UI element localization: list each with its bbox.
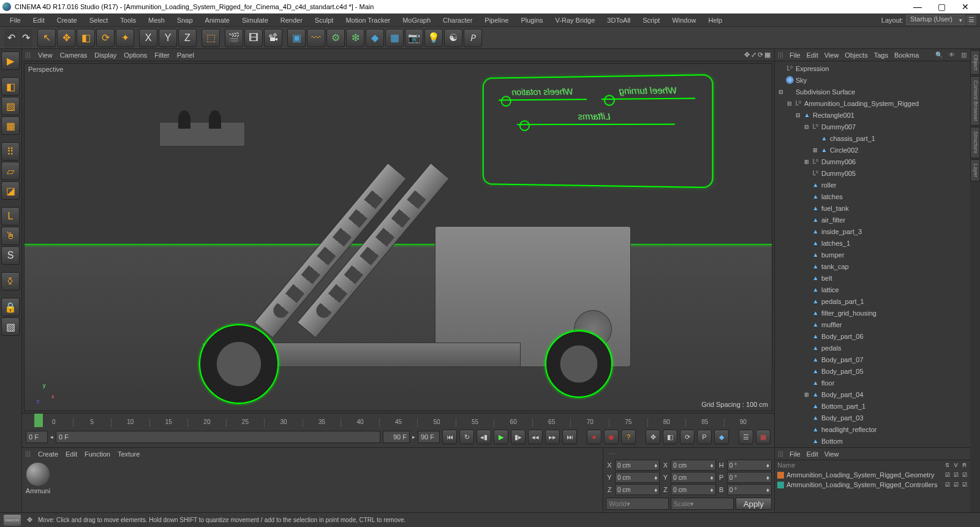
pla-key-button[interactable]: ◆ — [714, 430, 729, 444]
add-generator-button[interactable]: ⚙ — [326, 29, 345, 47]
points-mode-button[interactable]: ⠿ — [1, 142, 20, 161]
material-menu-edit[interactable]: Edit — [66, 450, 77, 458]
prev-frame-button[interactable]: ◂▮ — [477, 430, 491, 444]
menu-character[interactable]: Character — [437, 15, 478, 25]
planar-workplane-button[interactable]: ▧ — [1, 317, 20, 336]
move-tool[interactable]: ✥ — [57, 29, 75, 47]
menu-animate[interactable]: Animate — [199, 15, 236, 25]
workplane-mode-button[interactable]: ▦ — [1, 116, 20, 135]
menu-help[interactable]: Help — [703, 15, 729, 25]
playhead[interactable] — [34, 414, 43, 427]
scale-mode-select[interactable]: Scale ▾ — [671, 498, 734, 510]
last-tool[interactable]: ✦ — [116, 29, 134, 47]
prev-key-button[interactable]: ◂◂ — [528, 430, 543, 444]
layer-row[interactable]: Ammunition_Loading_System_Rigged_Geometr… — [775, 470, 970, 480]
layer-toggle[interactable]: ☑ — [952, 482, 959, 488]
menu-script[interactable]: Script — [636, 15, 666, 25]
add-spline-button[interactable]: 〰 — [307, 29, 325, 47]
tree-item[interactable]: ▲pedals_part_1 — [775, 295, 970, 307]
tree-item[interactable]: ▲floor — [775, 377, 970, 389]
menu-render[interactable]: Render — [274, 15, 309, 25]
tree-item[interactable]: ⊞▲Circle002 — [775, 144, 970, 156]
close-button[interactable]: ✕ — [958, 1, 973, 12]
layer-toggle[interactable]: ☑ — [952, 472, 959, 478]
drag-grip-icon[interactable] — [778, 52, 783, 58]
coord-system-select[interactable]: World ▾ — [606, 498, 669, 510]
model-mode-button[interactable]: ◧ — [1, 77, 20, 96]
redo-button[interactable]: ↷ — [19, 29, 32, 47]
add-deformer-button[interactable]: ◆ — [366, 29, 384, 47]
texture-mode-button[interactable]: ▨ — [1, 97, 20, 115]
layer-row[interactable]: Ammunition_Loading_System_Rigged_Control… — [775, 480, 970, 490]
scale-key-button[interactable]: ◧ — [663, 430, 677, 444]
snap-toggle-button[interactable]: S — [1, 246, 20, 265]
tree-item[interactable]: ▲roller — [775, 179, 970, 191]
viewport-menu-cameras[interactable]: Cameras — [60, 51, 88, 59]
loop-button[interactable]: ↻ — [459, 430, 474, 444]
material-menu-texture[interactable]: Texture — [118, 450, 140, 458]
timeline-range-end[interactable]: 90 F — [383, 431, 410, 443]
tree-item[interactable]: ▲Body_part_03 — [775, 412, 970, 423]
hud-slider[interactable] — [517, 124, 675, 125]
layer-menu-edit[interactable]: Edit — [807, 450, 818, 458]
timeline-menu-button[interactable]: ☰ — [739, 430, 753, 444]
tree-item[interactable]: L⁰Dummy005 — [775, 167, 970, 179]
tree-item[interactable]: ▲Body_part_06 — [775, 330, 970, 342]
layer-menu-file[interactable]: File — [790, 450, 801, 458]
next-key-button[interactable]: ▸▸ — [545, 430, 560, 444]
tree-item[interactable]: ▲Bottom — [775, 435, 970, 447]
y-size-field[interactable]: 0 cm♦ — [671, 472, 715, 483]
tree-item[interactable]: ▲air_filter — [775, 214, 970, 226]
timeline-end-field[interactable]: 90 F — [418, 431, 440, 443]
menu-v-ray-bridge[interactable]: V-Ray Bridge — [549, 15, 601, 25]
viewport-menu-options[interactable]: Options — [124, 51, 147, 59]
add-cube-button[interactable]: ▣ — [287, 29, 306, 47]
viewport-zoom-icon[interactable]: ⤢ — [751, 51, 756, 59]
menu-mesh[interactable]: Mesh — [142, 15, 171, 25]
hud-slider[interactable] — [601, 97, 695, 99]
filter-icon[interactable]: ▥ — [961, 51, 967, 58]
tree-item[interactable]: ⊟▲Rectangle001 — [775, 109, 970, 121]
scale-tool[interactable]: ◧ — [77, 29, 95, 47]
sidebar-tab-object[interactable]: Object — [970, 50, 980, 75]
tree-item[interactable]: ▲belt — [775, 272, 970, 284]
tweak-mode-button[interactable]: 🖱 — [1, 227, 20, 245]
hud-slider[interactable] — [499, 99, 587, 100]
expand-icon[interactable]: ⊞ — [812, 147, 818, 153]
axis-mode-button[interactable]: L — [1, 207, 20, 226]
edges-mode-button[interactable]: ▱ — [1, 162, 20, 180]
object-hierarchy-tree[interactable]: L⁰ExpressionSky⊟Subdivision Surface⊟L⁰Am… — [775, 61, 970, 447]
menu-mograph[interactable]: MoGraph — [396, 15, 437, 25]
undo-button[interactable]: ↶ — [4, 29, 18, 47]
h-rotation-field[interactable]: 0 °♦ — [727, 460, 772, 471]
add-tag-button[interactable]: ☯ — [444, 29, 462, 47]
object-menu-bookma[interactable]: Bookma — [894, 51, 919, 59]
material-menu-create[interactable]: Create — [38, 450, 58, 458]
timeline-window-button[interactable]: ▦ — [756, 430, 771, 444]
render-region-button[interactable]: 🎞 — [244, 29, 263, 47]
menu-create[interactable]: Create — [51, 15, 83, 25]
layer-menu-view[interactable]: View — [824, 450, 839, 458]
timeline-ruler[interactable]: 051015202530354045505560657075808590 — [22, 414, 774, 427]
tree-item[interactable]: ▲Bottom_part_1 — [775, 400, 970, 412]
y-position-field[interactable]: 0 cm♦ — [615, 472, 660, 483]
object-menu-tags[interactable]: Tags — [874, 51, 888, 59]
viewport-menu-filter[interactable]: Filter — [154, 51, 169, 59]
search-icon[interactable]: 🔍 — [935, 51, 943, 58]
position-key-button[interactable]: ✥ — [646, 430, 660, 444]
tree-item[interactable]: ⊟L⁰Ammunition_Loading_System_Rigged — [775, 97, 970, 109]
add-environment-button[interactable]: ▦ — [385, 29, 404, 47]
y-axis-lock[interactable]: Y — [159, 29, 177, 47]
add-camera-button[interactable]: 📷 — [405, 29, 423, 47]
make-editable-button[interactable]: ▶ — [1, 51, 20, 70]
play-button[interactable]: ▶ — [494, 430, 508, 444]
tree-item[interactable]: ⊞▲Body_part_04 — [775, 389, 970, 400]
collapse-icon[interactable]: ⊟ — [786, 100, 793, 107]
tree-item[interactable]: ▲inside_part_3 — [775, 226, 970, 237]
collapse-icon[interactable]: ⊟ — [794, 112, 801, 118]
p-rotation-field[interactable]: 0 °♦ — [727, 472, 772, 483]
sidebar-tab-content-browser[interactable]: Content Browser — [970, 76, 980, 126]
sidebar-tab-structure[interactable]: Structure — [970, 127, 980, 158]
maximize-button[interactable]: ▢ — [934, 1, 949, 12]
menu-tools[interactable]: Tools — [114, 15, 142, 25]
